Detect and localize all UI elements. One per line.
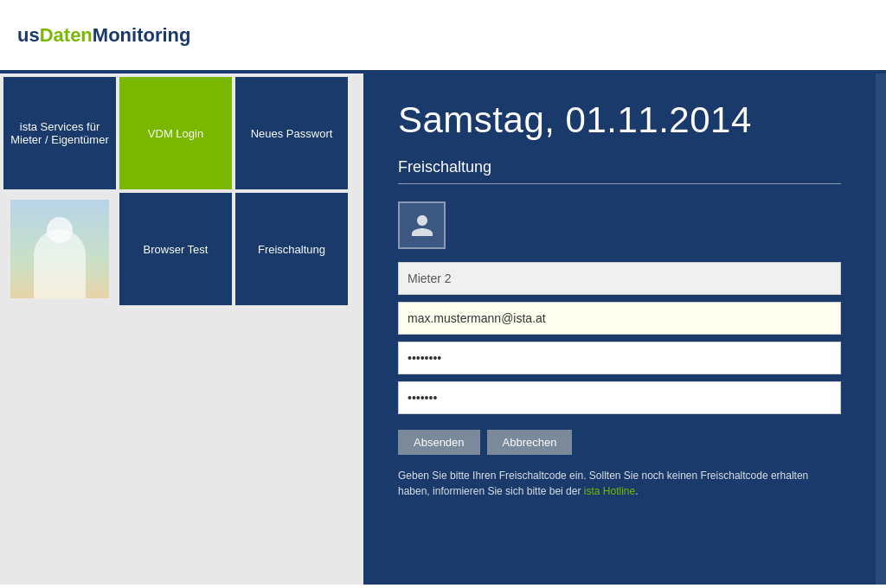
tiles-row-2: Browser Test Freischaltung [0, 189, 363, 309]
email-field[interactable] [398, 302, 841, 335]
buttons-row: Absenden Abbrechen [398, 430, 841, 455]
scrollbar-track [876, 74, 886, 585]
person-image-bg [10, 200, 109, 298]
tile-person-image[interactable] [3, 193, 116, 305]
tiles-panel: ista Services für Mieter / Eigentümer VD… [0, 74, 363, 585]
tile-freischaltung[interactable]: Freischaltung [235, 193, 348, 305]
form-panel: Samstag, 01.11.2014 Freischaltung Absend… [363, 74, 876, 585]
logo-suffix: Monitoring [93, 24, 191, 46]
username-field[interactable] [398, 262, 841, 295]
tiles-row-1: ista Services für Mieter / Eigentümer VD… [0, 74, 363, 189]
user-avatar [398, 201, 446, 249]
logo-prefix: us [17, 24, 40, 46]
logo-main: Daten [40, 24, 93, 46]
submit-button[interactable]: Absenden [398, 430, 480, 455]
section-title: Freischaltung [398, 158, 841, 184]
ista-hotline-link[interactable]: ista Hotline [584, 485, 635, 497]
tile-vdm-login[interactable]: VDM Login [119, 77, 232, 189]
avatar-icon [409, 213, 435, 239]
cancel-button[interactable]: Abbrechen [487, 430, 573, 455]
date-display: Samstag, 01.11.2014 [398, 99, 841, 141]
logo: usDatenMonitoring [17, 24, 190, 47]
main-content: ista Services für Mieter / Eigentümer VD… [0, 74, 886, 585]
header: usDatenMonitoring [0, 0, 886, 74]
tile-neues-passwort[interactable]: Neues Passwort [235, 77, 348, 189]
tile-ista-services[interactable]: ista Services für Mieter / Eigentümer [3, 77, 116, 189]
tile-browser-test[interactable]: Browser Test [119, 193, 232, 305]
info-text: Geben Sie bitte Ihren Freischaltcode ein… [398, 468, 841, 499]
password-field[interactable] [398, 342, 841, 374]
freischaltcode-field[interactable] [398, 381, 841, 414]
